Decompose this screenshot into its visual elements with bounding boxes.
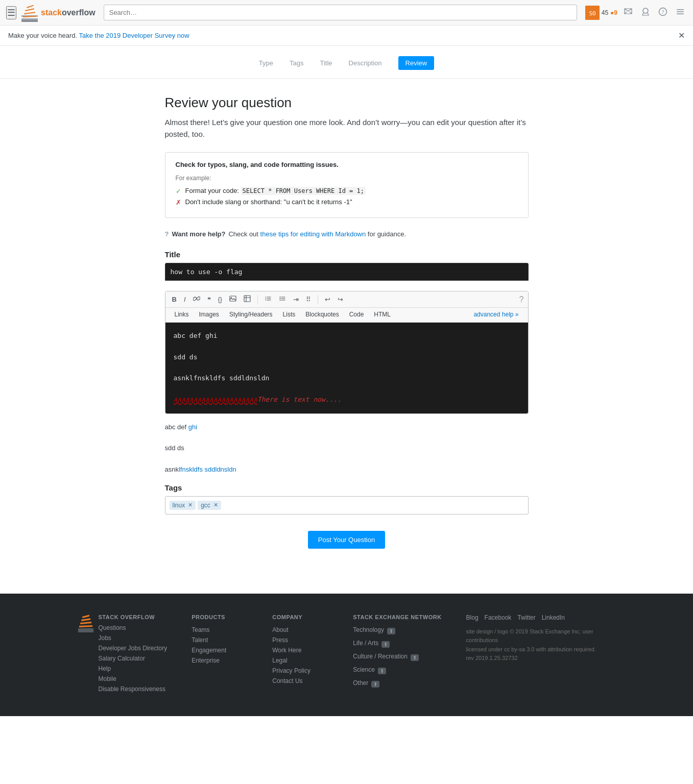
step-tags[interactable]: Tags (290, 59, 303, 67)
search-bar (104, 5, 577, 20)
tab-html[interactable]: HTML (369, 308, 396, 322)
header-nav: SO 45 ●9 ? (585, 5, 687, 20)
footer-company-col: COMPANY About Press Work Here Legal Priv… (272, 614, 328, 688)
post-question-button[interactable]: Post Your Question (308, 531, 385, 549)
footer-link-mobile[interactable]: Mobile (99, 675, 168, 682)
achievements-button[interactable] (639, 5, 652, 20)
svg-point-22 (280, 298, 281, 299)
user-score: 45 (602, 9, 608, 16)
footer-link-disable[interactable]: Disable Responsiveness (99, 685, 168, 693)
footer-link-press[interactable]: Press (272, 636, 328, 644)
undo-button[interactable]: ↩ (322, 294, 333, 305)
tags-label: Tags (165, 483, 529, 492)
footer-link-devjobs[interactable]: Developer Jobs Directory (99, 645, 168, 652)
announcement-link[interactable]: Take the 2019 Developer Survey now (79, 32, 189, 39)
menu-icon[interactable]: ☰ (6, 6, 16, 19)
step-type[interactable]: Type (259, 59, 273, 67)
help-section: ? Want more help? Check out these tips f… (165, 230, 529, 238)
hr-button[interactable]: ⠿ (303, 294, 314, 305)
help-icon: ? (165, 230, 169, 238)
blockquote-button[interactable]: ❝ (205, 294, 213, 305)
site-logo[interactable]: stackoverflow (21, 3, 95, 22)
markdown-tips-link[interactable]: these tips for editing with Markdown (260, 230, 366, 238)
footer-link-engagement[interactable]: Engagement (192, 647, 248, 654)
svg-rect-24 (78, 628, 93, 630)
tag-linux-label: linux (173, 502, 185, 509)
footer-link-talent[interactable]: Talent (192, 636, 248, 644)
help-button[interactable]: ? (656, 5, 670, 20)
network-badge-2: ⬆ (381, 641, 390, 648)
network-science: Science ⬆ (353, 666, 441, 676)
preview-spacer (165, 432, 529, 443)
preview-line-2: sdd ds (165, 443, 529, 454)
tab-images[interactable]: Images (194, 308, 224, 322)
footer-link-privacy[interactable]: Privacy Policy (272, 667, 328, 674)
hamburger-button[interactable] (674, 5, 687, 20)
svg-rect-25 (79, 625, 92, 627)
footer-link-help[interactable]: Help (99, 665, 168, 672)
footer-link-about[interactable]: About (272, 626, 328, 633)
tab-styling[interactable]: Styling/Headers (224, 308, 278, 322)
indent-button[interactable]: ⇥ (291, 294, 301, 305)
network-technology: Technology ⬆ (353, 626, 441, 636)
announcement-close[interactable]: ✕ (678, 31, 685, 40)
footer: STACK OVERFLOW Questions Jobs Developer … (0, 594, 693, 716)
footer-link-enterprise[interactable]: Enterprise (192, 657, 248, 664)
check-item-no: ✗ Don't include slang or shorthand: "u c… (176, 198, 518, 206)
ul-button[interactable] (276, 293, 289, 305)
title-input[interactable] (165, 263, 529, 281)
editor-line-5: asnklfnskldfs sddldnsldn (174, 373, 520, 384)
editor-tabs: Links Images Styling/Headers Lists Block… (165, 308, 528, 323)
footer-link-work[interactable]: Work Here (272, 647, 328, 654)
editor-help-button[interactable]: ? (519, 295, 524, 304)
table-button[interactable] (241, 293, 253, 305)
footer-link-teams[interactable]: Teams (192, 626, 248, 633)
tab-blockquotes[interactable]: Blockquotes (300, 308, 344, 322)
redo-button[interactable]: ↪ (335, 294, 346, 305)
avatar[interactable]: SO (585, 6, 600, 20)
italic-button[interactable]: I (181, 294, 188, 305)
image-button[interactable] (227, 293, 239, 305)
footer-link-jobs[interactable]: Jobs (99, 634, 168, 642)
header: ☰ stackoverflow SO 45 ●9 (0, 0, 693, 26)
footer-link-salary[interactable]: Salary Calculator (99, 655, 168, 662)
search-input[interactable] (104, 5, 577, 20)
footer-link-legal[interactable]: Legal (272, 657, 328, 664)
svg-rect-29 (78, 630, 93, 632)
svg-text:SO: SO (589, 10, 595, 17)
tab-lists[interactable]: Lists (278, 308, 301, 322)
step-description[interactable]: Description (349, 59, 382, 67)
svg-rect-26 (80, 622, 91, 624)
tag-gcc-remove[interactable]: ✕ (213, 502, 218, 508)
bold-button[interactable]: B (170, 294, 179, 305)
editor-wrapper: B I ❝ {} 1.2.3. ⇥ ⠿ ↩ ↪ (165, 291, 529, 414)
inbox-button[interactable] (622, 5, 635, 20)
tab-links[interactable]: Links (170, 308, 194, 322)
footer-network-col: STACK EXCHANGE NETWORK Technology ⬆ Life… (353, 614, 441, 693)
tags-input[interactable]: linux ✕ gcc ✕ (165, 496, 529, 514)
footer-linkedin-link[interactable]: LinkedIn (542, 614, 565, 621)
advanced-help-link[interactable]: advanced help » (468, 308, 523, 322)
ol-button[interactable]: 1.2.3. (262, 293, 274, 305)
link-button[interactable] (190, 293, 203, 305)
code-button[interactable]: {} (216, 294, 225, 305)
footer-link-questions[interactable]: Questions (99, 624, 168, 631)
checkmark-icon: ✓ (176, 187, 181, 195)
post-button-row: Post Your Question (165, 531, 529, 549)
announcement-bar: Make your voice heard. Take the 2019 Dev… (0, 26, 693, 46)
footer-twitter-link[interactable]: Twitter (517, 614, 535, 621)
main-content: Review your question Almost there! Let’s… (153, 95, 541, 573)
checklist-title: Check for typos, slang, and code formatt… (176, 161, 518, 168)
footer-facebook-link[interactable]: Facebook (485, 614, 512, 621)
tab-code[interactable]: Code (344, 308, 369, 322)
footer-blog-link[interactable]: Blog (466, 614, 479, 621)
tag-linux-remove[interactable]: ✕ (188, 502, 193, 508)
footer-legal: site design / logo © 2019 Stack Exchange… (466, 627, 615, 663)
help-prefix: Want more help? (172, 230, 225, 238)
step-title[interactable]: Title (320, 59, 332, 67)
help-text: Check out these tips for editing with Ma… (228, 230, 406, 238)
title-label: Title (165, 250, 529, 259)
code-editor[interactable]: abc def ghi sdd ds asnklfnskldfs sddldns… (165, 323, 528, 413)
step-review[interactable]: Review (398, 56, 435, 70)
footer-link-contact[interactable]: Contact Us (272, 677, 328, 684)
